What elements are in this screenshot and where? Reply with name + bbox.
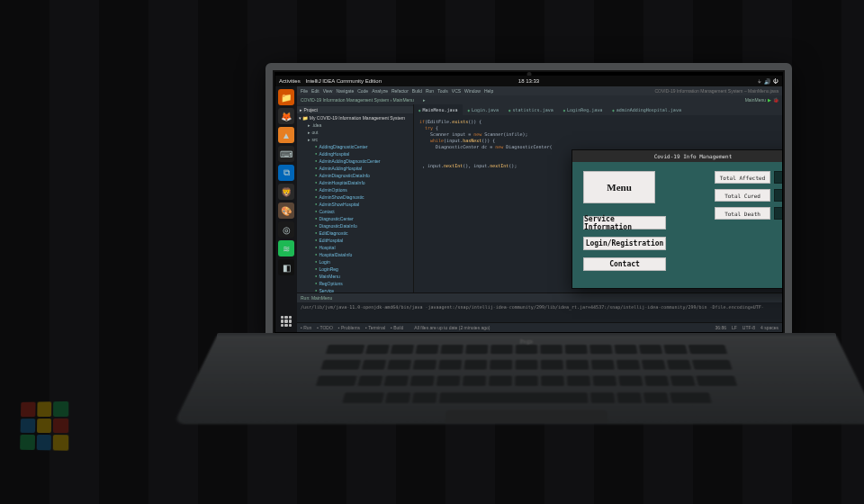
tree-file[interactable]: AdminOptions bbox=[299, 186, 411, 194]
network-icon[interactable]: ⏚ bbox=[758, 78, 761, 85]
clock[interactable]: 18 13:33 bbox=[518, 78, 539, 84]
run-config-selector[interactable]: MainMenu bbox=[745, 97, 766, 103]
menu-navigate[interactable]: Navigate bbox=[336, 88, 354, 94]
tree-file[interactable]: HospitalDataInfo bbox=[299, 251, 411, 258]
tree-folder[interactable]: ▸ src bbox=[299, 136, 411, 143]
menu-run[interactable]: Run bbox=[426, 88, 434, 94]
gimp-icon[interactable]: 🎨 bbox=[278, 202, 294, 219]
tree-file[interactable]: Contact bbox=[299, 208, 411, 215]
keyboard-key bbox=[357, 376, 382, 386]
tree-file[interactable]: MainMenu bbox=[299, 273, 411, 280]
menu-build[interactable]: Build bbox=[412, 88, 422, 94]
keyboard-key bbox=[688, 345, 728, 354]
hp-logo: hp bbox=[520, 338, 534, 345]
menu-view[interactable]: View bbox=[323, 88, 333, 94]
tree-file[interactable]: AdminAddingDiagnosticCenter bbox=[299, 158, 411, 165]
swing-title-text: Covid-19 Info Management bbox=[654, 153, 733, 159]
tool-tab-terminal[interactable]: ▪ Terminal bbox=[365, 325, 385, 330]
files-icon[interactable]: 📁 bbox=[278, 89, 294, 105]
menu-help[interactable]: Help bbox=[484, 88, 493, 94]
tree-file[interactable]: LoginReg bbox=[299, 266, 411, 273]
system-tray[interactable]: ⏚ 🔊 ⏻ bbox=[758, 78, 778, 85]
spotify-icon[interactable]: ≋ bbox=[278, 240, 294, 256]
firefox-icon[interactable]: 🦊 bbox=[278, 108, 294, 124]
menu-analyze[interactable]: Analyze bbox=[372, 88, 388, 94]
tree-file[interactable]: AddingDiagnosticCenter bbox=[299, 143, 411, 150]
keyboard-key bbox=[616, 392, 642, 403]
keyboard-key bbox=[643, 392, 669, 403]
tool-tab-problems[interactable]: ▪ Problems bbox=[338, 325, 360, 330]
tree-file[interactable]: EditDiagnostic bbox=[299, 230, 411, 237]
volume-icon[interactable]: 🔊 bbox=[764, 78, 770, 85]
editor-tab[interactable]: MainMenu.java bbox=[414, 104, 463, 115]
tree-folder[interactable]: ▸ out bbox=[299, 129, 411, 136]
menu-window[interactable]: Window bbox=[464, 88, 481, 94]
tree-file[interactable]: DiagnosticDataInfo bbox=[299, 222, 411, 230]
login-registration-button[interactable]: Login/Registration bbox=[583, 237, 666, 250]
activities-button[interactable]: Activities bbox=[279, 78, 301, 84]
breadcrumb[interactable]: COVID-19 Information Management System ›… bbox=[301, 97, 414, 103]
laptop: Activities IntelliJ IDEA Community Editi… bbox=[266, 63, 792, 450]
tree-file[interactable]: AdminDiagnosticDataInfo bbox=[299, 172, 411, 179]
menu-vcs[interactable]: VCS bbox=[452, 88, 461, 94]
menu-refactor[interactable]: Refactor bbox=[392, 88, 409, 94]
keyboard-key bbox=[590, 392, 615, 403]
editor-tab[interactable]: statistics.java bbox=[504, 104, 558, 115]
terminal-icon[interactable]: ⌨ bbox=[278, 146, 294, 162]
project-panel-title: Project bbox=[303, 107, 318, 112]
intellij-icon[interactable]: ◧ bbox=[278, 259, 294, 275]
menu-code[interactable]: Code bbox=[357, 88, 368, 94]
editor-tab[interactable]: Login.java bbox=[464, 104, 504, 115]
run-tool-window-header[interactable]: Run: MainMenu bbox=[297, 292, 782, 302]
tree-file[interactable]: Login bbox=[299, 258, 411, 266]
tree-file[interactable]: Hospital bbox=[299, 244, 411, 251]
tree-file[interactable]: DiagnosticCenter bbox=[299, 215, 411, 222]
menu-edit[interactable]: Edit bbox=[311, 88, 320, 94]
stat-affected-value: 791020 bbox=[774, 171, 782, 184]
tree-file[interactable]: AddingHospital bbox=[299, 150, 411, 158]
tool-tab-build[interactable]: ▪ Build bbox=[391, 325, 403, 330]
keyboard-key bbox=[383, 376, 409, 386]
status-item[interactable]: 4 spaces bbox=[760, 325, 778, 330]
stat-cured-value: 712000 bbox=[774, 189, 782, 202]
ide-toolbar: COVID-19 Information Management System ›… bbox=[297, 95, 782, 104]
status-item[interactable]: LF bbox=[732, 325, 737, 330]
ide-menubar: FileEditViewNavigateCodeAnalyzeRefactorB… bbox=[297, 86, 782, 95]
power-icon[interactable]: ⏻ bbox=[773, 78, 778, 85]
tree-file[interactable]: AdminShowHospital bbox=[299, 201, 411, 208]
editor-tab[interactable]: LoginReg.java bbox=[559, 104, 608, 115]
editor-tab[interactable]: adminAddingHospital.java bbox=[608, 104, 686, 115]
status-item[interactable]: UTF-8 bbox=[742, 325, 755, 330]
keyboard-key bbox=[391, 345, 414, 354]
service-information-button[interactable]: Service Information bbox=[583, 216, 666, 230]
keyboard-key bbox=[565, 345, 588, 354]
tree-root[interactable]: ▾ 📁 My COVID-19 Information Management S… bbox=[299, 114, 411, 122]
keyboard-key bbox=[670, 392, 712, 403]
status-item[interactable]: 36:86 bbox=[715, 325, 726, 330]
tool-tab-todo[interactable]: ▪ TODO bbox=[317, 325, 332, 330]
keyboard-key bbox=[515, 376, 538, 386]
tree-file[interactable]: EditHospital bbox=[299, 237, 411, 244]
tree-file[interactable]: AdminShowDiagnostic bbox=[299, 194, 411, 201]
menu-file[interactable]: File bbox=[301, 88, 308, 94]
vscode-icon[interactable]: ⧉ bbox=[278, 165, 294, 181]
menu-tools[interactable]: Tools bbox=[437, 88, 448, 94]
keyboard-key bbox=[365, 345, 390, 354]
topbar-app-name[interactable]: IntelliJ IDEA Community Edition bbox=[306, 78, 382, 84]
keyboard-key bbox=[326, 345, 365, 354]
vlc-icon[interactable]: ▲ bbox=[278, 127, 294, 143]
run-console[interactable]: /usr/lib/jvm/java-11.0-openjdk-amd64/bin… bbox=[297, 302, 782, 322]
show-applications-icon[interactable] bbox=[278, 313, 294, 329]
keyboard-key bbox=[463, 376, 487, 386]
swing-titlebar[interactable]: Covid-19 Info Management bbox=[572, 150, 782, 162]
contact-button[interactable]: Contact bbox=[583, 257, 666, 271]
keyboard-key bbox=[320, 360, 361, 370]
obs-icon[interactable]: ◎ bbox=[278, 221, 294, 238]
brave-icon[interactable]: 🦁 bbox=[278, 184, 294, 200]
tree-file[interactable]: AdminHospitalDataInfo bbox=[299, 179, 411, 186]
tree-folder[interactable]: ▸ .idea bbox=[299, 122, 411, 129]
tool-tab-run[interactable]: ▪ Run bbox=[301, 325, 311, 330]
project-tool-window[interactable]: ▸ Project ▾ 📁 My COVID-19 Information Ma… bbox=[297, 104, 414, 292]
tree-file[interactable]: AdminAddingHospital bbox=[299, 165, 411, 172]
tree-file[interactable]: RegOptions bbox=[299, 280, 411, 287]
